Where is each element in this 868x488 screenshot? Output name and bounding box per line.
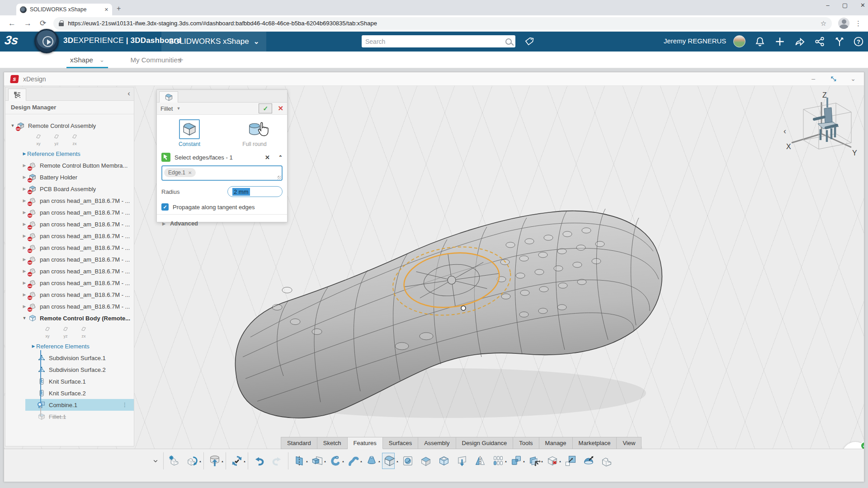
collapse-arrow-icon[interactable]: ▼ (22, 316, 27, 320)
ribbon-tab-view[interactable]: View (617, 437, 642, 449)
forward-icon[interactable]: → (24, 19, 32, 28)
window-minimize-icon[interactable]: – (826, 2, 830, 9)
tree-item-knit-surface-2[interactable]: Knit Surface.2 (5, 387, 134, 399)
dropdown-caret-icon[interactable]: ▲ (243, 460, 246, 463)
new-tab-button[interactable]: + (117, 5, 121, 13)
design-manager-tab[interactable] (8, 89, 26, 101)
tool-delete-button[interactable]: ▲ (543, 451, 561, 470)
user-name[interactable]: Jeremy REGNERUS (664, 37, 726, 45)
tree-item-pan-cross-head-am-b18-6-7m[interactable]: ▶swpan cross head_am_B18.6.7M - ... (5, 230, 134, 242)
app-collapse-icon[interactable]: ⌄ (850, 75, 856, 82)
tool-flex-button[interactable] (453, 451, 471, 470)
help-icon[interactable]: ? (853, 36, 864, 47)
collapse-selection-icon[interactable]: ⌃ (278, 155, 283, 160)
ribbon-tab-tools[interactable]: Tools (513, 437, 539, 449)
plane-yz[interactable]: yz (60, 326, 71, 338)
tool-chamfer-button[interactable] (417, 451, 435, 470)
browser-tab[interactable]: SOLIDWORKS xShape ✕ (16, 4, 112, 15)
back-icon[interactable]: ← (8, 19, 16, 28)
tree-item-remote-control-button-membra[interactable]: ▶swRemote Control Button Membra... (5, 160, 134, 171)
tree-item-reference-elements[interactable]: ▶Reference Elements (5, 148, 134, 160)
ribbon-tab-standard[interactable]: Standard (281, 437, 317, 449)
fillet-ok-button[interactable]: ✓ (259, 103, 272, 113)
add-content-icon[interactable] (774, 36, 786, 47)
tree-item-pan-cross-head-am-b18-6-7m[interactable]: ▶swpan cross head_am_B18.6.7M - ... (5, 206, 134, 218)
tree-item-pan-cross-head-am-b18-6-7m[interactable]: ▶swpan cross head_am_B18.6.7M - ... (5, 289, 134, 300)
tool-combine-button[interactable]: ▲ (507, 451, 525, 470)
browser-profile-avatar[interactable] (838, 18, 849, 29)
tool-fillet-button[interactable]: ▲ (381, 451, 399, 470)
compass-icon[interactable] (34, 29, 59, 53)
expand-arrow-icon[interactable]: ▶ (22, 151, 27, 156)
tree-item-pan-cross-head-am-b18-6-7m[interactable]: ▶swpan cross head_am_B18.6.7M - ... (5, 265, 134, 277)
ribbon-tab-marketplace[interactable]: Marketplace (573, 437, 617, 449)
radius-input[interactable]: 2 mm (227, 186, 283, 197)
people-access-icon[interactable] (834, 36, 845, 47)
plane-zx[interactable]: zx (78, 326, 90, 338)
tree-item-subdivision-surface-2[interactable]: Subdivision Surface.2 (5, 364, 134, 375)
panel-collapse-icon[interactable]: ‹ (127, 89, 130, 98)
dashboard-tab-xshape[interactable]: xShape⌄ (70, 52, 104, 68)
tree-item-knit-surface-1[interactable]: Knit Surface.1 (5, 375, 134, 387)
tool-save-button[interactable]: ▲ (206, 451, 224, 470)
radius-value[interactable]: 2 mm (232, 188, 250, 196)
tool-sketch-plane-button[interactable]: ▲ (290, 451, 308, 470)
axis-z-label[interactable]: Z (822, 91, 827, 99)
app-restore-icon[interactable]: ⤡ (831, 75, 836, 83)
tree-item-pan-cross-head-am-b18-6-7m[interactable]: ▶swpan cross head_am_B18.6.7M - ... (5, 218, 134, 230)
selection-chip[interactable]: Edge.1✕ (164, 168, 196, 177)
expand-arrow-icon[interactable]: ▶ (22, 269, 27, 273)
edges-selection-input[interactable]: Edge.1✕ (161, 165, 283, 181)
tool-redo-button[interactable] (268, 451, 286, 470)
app-minimize-icon[interactable]: – (811, 75, 815, 82)
plane-zx[interactable]: zx (69, 133, 80, 146)
window-close-icon[interactable]: ✕ (860, 2, 865, 9)
global-search[interactable] (362, 35, 515, 47)
plane-xy[interactable]: xy (42, 326, 53, 338)
resize-handle[interactable] (278, 176, 281, 179)
tool-body-button[interactable] (598, 451, 616, 470)
triad-collapse-icon[interactable]: ‹ (783, 127, 786, 136)
axis-x-label[interactable]: X (786, 143, 791, 150)
notifications-bell-icon[interactable] (754, 36, 766, 47)
expand-arrow-icon[interactable]: ▶ (22, 210, 27, 215)
fillet-cancel-button[interactable]: ✕ (278, 104, 283, 113)
expand-arrow-icon[interactable]: ▶ (22, 163, 27, 168)
expand-arrow-icon[interactable]: ▶ (22, 234, 27, 238)
current-app-selector[interactable]: SOLIDWORKS xShape ⌄ (161, 32, 266, 52)
tool-hole-button[interactable] (399, 451, 417, 470)
share-network-icon[interactable] (814, 36, 826, 47)
ribbon-tab-assembly[interactable]: Assembly (418, 437, 456, 449)
item-context-menu-icon[interactable]: ⋮ (122, 402, 127, 408)
tree-item-pan-cross-head-am-b18-6-7m[interactable]: ▶swpan cross head_am_B18.6.7M - ... (5, 242, 134, 253)
tab-close-icon[interactable]: ✕ (104, 7, 108, 13)
dropdown-caret-icon[interactable]: ▲ (199, 460, 202, 463)
ribbon-tab-surfaces[interactable]: Surfaces (383, 437, 418, 449)
bookmark-star-icon[interactable]: ☆ (821, 19, 826, 28)
tool-extrude-button[interactable]: ▲ (308, 451, 326, 470)
collapse-arrow-icon[interactable]: ▼ (10, 123, 15, 128)
tree-item-remote-control-body-remote[interactable]: ▼Remote Control Body (Remote... (5, 312, 134, 324)
user-avatar[interactable] (733, 35, 745, 47)
tree-item-pan-cross-head-am-b18-6-7m[interactable]: ▶swpan cross head_am_B18.6.7M - ... (5, 195, 134, 206)
tool-mirror-button[interactable] (471, 451, 489, 470)
url-text[interactable]: https://euw1-21swi10131-ifwe.3dx-staging… (68, 20, 820, 27)
address-bar[interactable]: https://euw1-21swi10131-ifwe.3dx-staging… (53, 17, 832, 30)
axis-y-label[interactable]: Y (852, 149, 857, 157)
fillet-type-full-round[interactable]: Full round (222, 119, 287, 147)
fillet-type-constant[interactable]: Constant (157, 119, 222, 147)
rollback-bar-node[interactable] (38, 402, 42, 407)
dashboard-tab-my-communities[interactable]: My Communities (131, 52, 181, 68)
expand-arrow-icon[interactable]: ▶ (22, 175, 27, 179)
fillet-dialog-tab[interactable] (159, 91, 178, 103)
edge-manipulator-dot[interactable] (461, 306, 466, 310)
tool-pattern-button[interactable]: ▲ (489, 451, 507, 470)
tool-shell-button[interactable] (435, 451, 453, 470)
expand-arrow-icon[interactable]: ▶ (22, 304, 27, 309)
share-arrow-icon[interactable] (794, 36, 806, 47)
tool-sweep-button[interactable]: ▲ (344, 451, 363, 470)
tree-item-battery-holder[interactable]: ▶swBattery Holder (5, 171, 134, 183)
tool-scale-button[interactable] (561, 451, 580, 470)
plane-xy[interactable]: xy (33, 133, 44, 146)
tool-move-button[interactable]: ▲ (525, 451, 543, 470)
